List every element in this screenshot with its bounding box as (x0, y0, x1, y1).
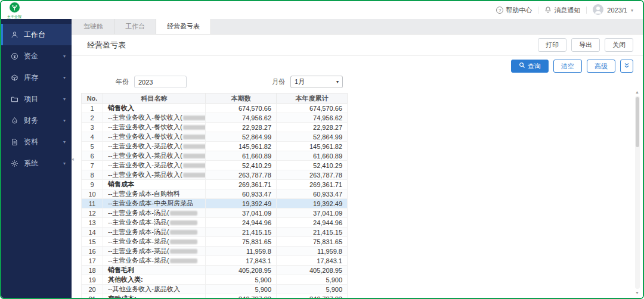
table-row[interactable]: 8--主营业务收入-菜品收入(263,787.78263,787.78 (82, 170, 348, 180)
help-center-link[interactable]: ? 帮助中心 (496, 6, 532, 15)
table-row[interactable]: 6--主营业务收入-菜品收入(61,660.8961,660.89 (82, 151, 348, 161)
help-center-label: 帮助中心 (506, 6, 532, 15)
sidebar-item-projects[interactable]: 项目▾ (1, 88, 72, 110)
scrollbar-track[interactable] (635, 96, 640, 289)
table-row[interactable]: 19其他收入类:5,9005,900 (82, 275, 348, 285)
table-row[interactable]: 14--主营业务成本-汤品(21,415.1521,415.15 (82, 228, 348, 237)
cell-current-period: 674,570.66 (206, 104, 277, 113)
cell-ytd: 22,928.27 (277, 123, 348, 132)
table-row[interactable]: 15--主营业务成本-菜品(75,831.6575,831.65 (82, 237, 348, 247)
cell-subject: 销售毛利 (103, 266, 206, 275)
cell-ytd: 11,959.8 (277, 247, 348, 256)
inventory-icon (11, 74, 18, 82)
cell-subject: --主营业务成本-菜品( (103, 256, 206, 266)
bell-icon (544, 6, 552, 14)
cell-subject: 变动成本: (103, 294, 206, 298)
cell-no: 17 (82, 256, 103, 266)
search-button-label: 查询 (528, 62, 541, 70)
cell-ytd: 61,660.89 (277, 151, 348, 161)
table-row[interactable]: 2--主营业务收入-餐饮收入(74,956.6274,956.62 (82, 113, 348, 123)
sidebar: 工作台资金▾库存▾项目▾财务▾资料▾系统▾ (1, 19, 72, 298)
month-label: 月份 (272, 77, 285, 86)
table-row[interactable]: 12--主营业务成本-汤品(37,041.0937,041.09 (82, 208, 348, 218)
table-row[interactable]: 16--主营业务成本-菜品(11,959.811,959.8 (82, 247, 348, 256)
header-divider (586, 7, 587, 14)
cell-ytd: 674,570.66 (277, 104, 348, 113)
table-row[interactable]: 7--主营业务收入-菜品收入(52,410.2952,410.29 (82, 161, 348, 170)
collapse-query-button[interactable] (620, 60, 633, 73)
notifications-link[interactable]: 消息通知 (544, 6, 580, 15)
top-header: 土丰企报 ? 帮助中心 消息通知 2023/1 ▾ (1, 1, 643, 19)
chevron-down-icon: ▾ (336, 79, 339, 85)
brand-name: 土丰企报 (7, 15, 21, 18)
user-menu[interactable]: 2023/1 ▾ (593, 4, 633, 16)
sidebar-item-label: 财务 (24, 116, 38, 126)
table-row[interactable]: 3--主营业务收入-餐饮收入(22,928.2722,928.27 (82, 123, 348, 132)
chevron-down-icon: ▾ (63, 161, 66, 166)
cell-no: 3 (82, 123, 103, 132)
redacted-text (170, 230, 197, 235)
cell-subject: --主营业务收入-菜品收入( (103, 151, 206, 161)
table-row[interactable]: 4--主营业务收入-餐饮收入(52,864.9952,864.99 (82, 132, 348, 142)
search-button[interactable]: 查询 (511, 60, 549, 73)
cell-current-period: 11,959.8 (206, 247, 277, 256)
scroll-up-icon[interactable]: ▲ (635, 89, 639, 95)
sidebar-item-inventory[interactable]: 库存▾ (1, 67, 72, 88)
print-button[interactable]: 打印 (538, 38, 566, 51)
main-panel: 经营盈亏表 打印导出关闭 查询 清空 高级 (72, 35, 643, 298)
projects-icon (11, 95, 18, 103)
sidebar-item-label: 系统 (24, 158, 38, 169)
cell-ytd: 405,208.95 (277, 266, 348, 275)
export-button[interactable]: 导出 (571, 38, 600, 51)
sidebar-item-workbench[interactable]: 工作台 (1, 24, 72, 45)
scrollbar-thumb[interactable] (636, 97, 639, 147)
cell-subject: --主营业务收入-餐饮收入( (103, 123, 206, 132)
chevron-down-icon: ▾ (63, 139, 66, 145)
table-row[interactable]: 13--主营业务成本-汤品(24,944.9624,944.96 (82, 218, 348, 228)
redacted-text (170, 258, 197, 263)
materials-icon (11, 138, 18, 146)
cell-ytd: 60,933.47 (277, 189, 348, 199)
scroll-down-icon[interactable]: ▼ (635, 290, 639, 295)
tab-cockpit[interactable]: 驾驶舱 (73, 19, 114, 34)
cell-no: 2 (82, 113, 103, 123)
sidebar-item-label: 资金 (24, 51, 38, 61)
sidebar-item-materials[interactable]: 资料▾ (1, 131, 72, 152)
cell-current-period: 19,392.49 (206, 199, 277, 208)
cell-current-period: 145,961.82 (206, 142, 277, 151)
table-row[interactable]: 17--主营业务成本-菜品(17,843.117,843.1 (82, 256, 348, 266)
cell-subject: --主营业务成本-自购物料 (103, 189, 206, 199)
cell-current-period: 269,361.71 (206, 180, 277, 189)
cell-no: 14 (82, 228, 103, 237)
tab-workbench[interactable]: 工作台 (114, 19, 156, 34)
tab-pnl[interactable]: 经营盈亏表 (156, 19, 211, 34)
head-actions: 打印导出关闭 (538, 38, 633, 51)
table-row[interactable]: 18销售毛利405,208.95405,208.95 (82, 266, 348, 275)
table-row[interactable]: 20--其他业务收入-废品收入5,9005,900 (82, 285, 348, 294)
content-area: 驾驶舱工作台经营盈亏表 经营盈亏表 打印导出关闭 查询 清空 (72, 19, 643, 298)
close-button[interactable]: 关闭 (605, 38, 633, 51)
table-row[interactable]: 11--主营业务成本-中央厨房菜品19,392.4919,392.49 (82, 199, 348, 208)
sidebar-collapse-handle[interactable]: ◂ (69, 150, 76, 168)
cell-subject: --主营业务成本-汤品( (103, 208, 206, 218)
table-row[interactable]: 1销售收入674,570.66674,570.66 (82, 104, 348, 113)
table-row[interactable]: 10--主营业务成本-自购物料60,933.4760,933.47 (82, 189, 348, 199)
sidebar-item-system[interactable]: 系统▾ (1, 152, 72, 174)
body: 工作台资金▾库存▾项目▾财务▾资料▾系统▾ ◂ 驾驶舱工作台经营盈亏表 经营盈亏… (1, 19, 643, 298)
month-select[interactable]: 1月 ▾ (290, 76, 343, 88)
table-row[interactable]: 5--主营业务收入-菜品收入(145,961.82145,961.82 (82, 142, 348, 151)
cell-current-period: 75,831.65 (206, 237, 277, 247)
cell-ytd: 75,831.65 (277, 237, 348, 247)
question-circle-icon: ? (496, 7, 503, 14)
clear-button[interactable]: 清空 (553, 60, 582, 73)
sidebar-item-label: 库存 (24, 73, 38, 83)
vertical-scrollbar[interactable]: ▲ ▼ (634, 89, 640, 295)
year-input[interactable] (134, 76, 187, 88)
sidebar-item-finance[interactable]: 财务▾ (1, 110, 72, 131)
sidebar-item-funds[interactable]: 资金▾ (1, 45, 72, 67)
table-row[interactable]: 9销售成本269,361.71269,361.71 (82, 180, 348, 189)
cell-ytd: 52,864.99 (277, 132, 348, 142)
advanced-button[interactable]: 高级 (587, 60, 615, 73)
table-row[interactable]: 21变动成本:346,787.83346,787.83 (82, 294, 348, 298)
cell-subject: --主营业务收入-菜品收入( (103, 142, 206, 151)
